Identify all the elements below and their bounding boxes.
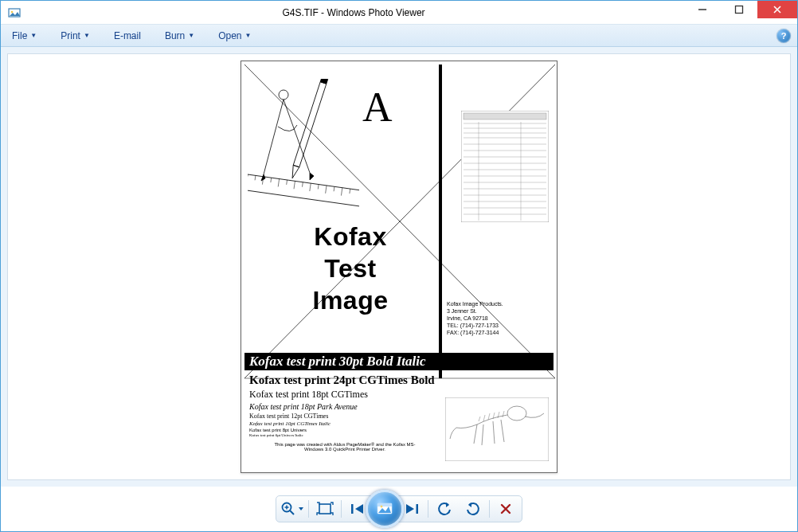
addr-l1: Kofax Image Products. [447,300,503,307]
caret-icon: ▼ [84,32,90,39]
menu-open[interactable]: Open▼ [212,28,257,44]
heading-block: Kofax Test Image [267,221,434,316]
skeleton-illustration [445,397,549,461]
svg-line-8 [255,175,256,180]
black-strip: Kofax test print 30pt Bold Italic [244,353,554,370]
svg-line-12 [287,180,288,185]
menu-open-label: Open [218,30,241,41]
caret-icon: ▼ [30,32,37,39]
heading-line-3: Image [267,284,434,316]
addr-l5: FAX: (714)-727-3144 [447,329,503,336]
slideshow-button[interactable] [366,490,404,528]
svg-line-55 [290,510,294,514]
svg-line-11 [278,179,279,187]
svg-rect-24 [293,82,327,167]
svg-rect-58 [319,504,331,514]
svg-point-1 [11,10,14,13]
svg-point-62 [381,506,383,508]
addr-l2: 3 Jenner St. [447,307,503,315]
sample-18pt: Kofax test print 18pt CGTimes [249,389,435,401]
font-samples: Kofax test print 24pt CGTimes Bold Kofax… [249,374,435,437]
maximize-button[interactable] [721,1,757,18]
bottom-toolbar [1,487,797,531]
sample-6pt: Kofax test print 6pt Univers Italic [249,433,435,437]
menu-burn[interactable]: Burn▼ [158,28,201,44]
actual-size-button[interactable] [311,498,339,520]
menu-print-label: Print [61,30,80,41]
zoom-button[interactable] [278,498,307,520]
svg-line-20 [350,189,350,194]
sample-24pt: Kofax test print 24pt CGTimes Bold [249,374,435,387]
big-letter: A [362,84,393,131]
minimize-button[interactable] [684,1,721,18]
heading-line-2: Test [267,252,434,284]
app-icon [6,4,23,22]
help-button[interactable]: ? [776,29,791,43]
strip-text: Kofax test print 30pt Bold Italic [249,354,426,370]
svg-rect-25 [320,79,327,84]
rotate-cw-button[interactable] [459,498,487,520]
delete-button[interactable] [491,498,520,520]
menubar: File▼ Print▼ E-mail Burn▼ Open▼ ? [1,25,797,47]
svg-point-21 [279,90,288,100]
svg-rect-63 [417,504,419,514]
menu-email[interactable]: E-mail [108,28,147,44]
svg-line-19 [341,188,342,196]
svg-rect-27 [464,113,546,119]
heading-line-1: Kofax [267,221,434,252]
vertical-divider [439,65,442,378]
svg-rect-46 [445,397,549,461]
sample-8pt: Kofax test print 8pt Univers [249,428,435,432]
sample-12pt: Kofax test print 12pt CGTimes [249,413,435,420]
sample-10pt: Kofax test print 10pt CGTimes Italic [249,421,435,427]
sample-18pt-script: Kofax test print 18pt Park Avenue [249,402,435,411]
svg-line-18 [334,186,334,191]
close-button[interactable] [757,1,797,18]
window-root: G4S.TIF - Windows Photo Viewer File▼ Pri… [0,0,798,532]
svg-line-22 [264,100,284,174]
toolbar-group [276,495,522,522]
svg-rect-3 [736,6,743,14]
footer-note: This page was created with Aldus PageMak… [273,442,417,452]
svg-rect-59 [351,504,354,514]
address-block: Kofax Image Products. 3 Jenner St. Irvin… [447,300,503,336]
svg-line-10 [271,178,272,182]
addr-l4: TEL: (714)-727-1733 [447,322,503,329]
svg-line-16 [318,185,319,190]
titlebar: G4S.TIF - Windows Photo Viewer [1,1,797,25]
svg-rect-7 [248,174,359,207]
caret-icon: ▼ [245,32,252,39]
caret-icon: ▼ [188,32,194,39]
menu-file[interactable]: File▼ [6,28,43,44]
svg-line-15 [310,183,311,191]
rotate-ccw-button[interactable] [430,498,459,520]
compass-pencil-icon [248,79,359,214]
image-canvas[interactable]: A [7,53,791,480]
tax-form-thumbnail [461,111,549,222]
document-page: A [241,61,557,473]
svg-line-14 [302,182,303,187]
svg-line-17 [326,186,327,194]
viewer-area: A [1,47,797,487]
svg-rect-61 [377,503,392,507]
menu-email-label: E-mail [114,30,141,41]
svg-line-13 [294,181,295,189]
window-controls [684,1,797,24]
addr-l3: Irvine, CA 92718 [447,315,503,322]
caret-icon [298,501,304,517]
menu-burn-label: Burn [165,30,185,41]
svg-line-23 [284,100,310,173]
menu-file-label: File [12,30,27,41]
menu-print[interactable]: Print▼ [54,28,96,44]
svg-rect-26 [461,111,549,222]
window-title: G4S.TIF - Windows Photo Viewer [23,7,684,18]
